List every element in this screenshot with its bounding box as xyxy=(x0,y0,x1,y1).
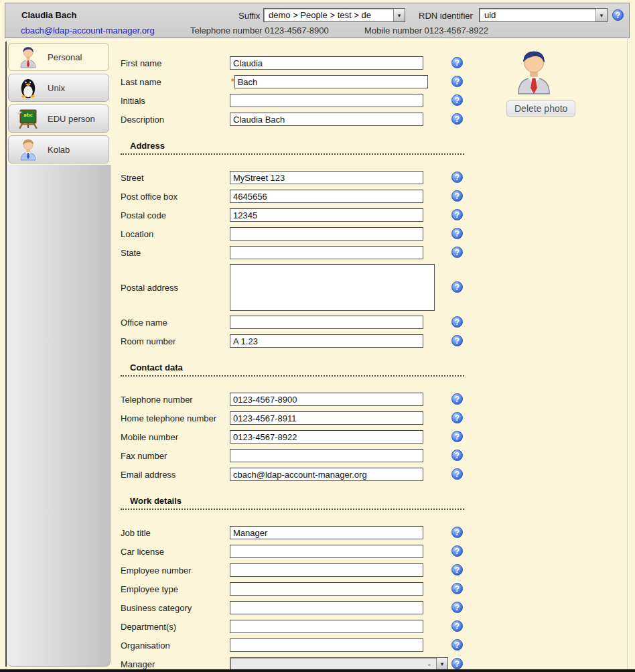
employee-type-input[interactable] xyxy=(230,582,423,596)
help-icon[interactable]: ? xyxy=(451,209,463,220)
last-name-input[interactable] xyxy=(234,75,428,88)
help-icon[interactable]: ? xyxy=(451,94,463,106)
location-input[interactable] xyxy=(230,227,423,241)
help-icon[interactable]: ? xyxy=(451,527,463,538)
field-label: Employee type xyxy=(121,584,230,594)
email-address-input[interactable] xyxy=(230,468,423,481)
form-row-last-name: Last name* ? xyxy=(121,72,476,91)
help-icon[interactable]: ? xyxy=(451,281,463,293)
help-icon[interactable]: ? xyxy=(451,228,463,239)
form-row-business-category: Business category ? xyxy=(121,598,476,617)
street-input[interactable] xyxy=(230,171,423,184)
home-telephone-number-input[interactable] xyxy=(230,411,423,425)
post-office-box-input[interactable] xyxy=(230,190,423,203)
form-row-state: State ? xyxy=(121,243,476,262)
employee-number-input[interactable] xyxy=(230,563,423,577)
first-name-input[interactable] xyxy=(230,56,423,70)
state-input[interactable] xyxy=(230,246,423,259)
help-icon[interactable]: ? xyxy=(451,412,463,423)
section-header-address: Address xyxy=(121,139,464,155)
help-icon[interactable]: ? xyxy=(612,9,624,21)
form-row-employee-type: Employee type ? xyxy=(121,580,476,598)
form-row-mobile-number: Mobile number ? xyxy=(121,427,476,446)
help-icon[interactable]: ? xyxy=(451,564,463,576)
help-icon[interactable]: ? xyxy=(451,583,463,594)
postal-code-input[interactable] xyxy=(230,208,423,222)
field-label: First name xyxy=(121,58,230,68)
form-row-employee-number: Employee number ? xyxy=(121,561,476,580)
content-right-border xyxy=(627,38,628,669)
field-label: Description xyxy=(121,115,230,125)
chalkboard-letters: abc xyxy=(23,113,33,118)
business-category-input[interactable] xyxy=(230,601,423,614)
help-icon[interactable]: ? xyxy=(451,57,463,68)
mobile-number-input[interactable] xyxy=(230,430,423,444)
section-header-work-details: Work details xyxy=(121,494,464,510)
form-row-initials: Initials ? xyxy=(121,91,476,110)
field-label: Postal address xyxy=(121,283,230,293)
dropdown-arrow-icon: ▾ xyxy=(595,9,607,21)
suffix-select[interactable]: demo > People > test > de ▾ xyxy=(263,8,405,22)
account-header: Claudia Bach cbach@ldap-account-manager.… xyxy=(5,3,630,38)
initials-input[interactable] xyxy=(230,94,423,107)
help-icon[interactable]: ? xyxy=(451,450,463,461)
help-icon[interactable]: ? xyxy=(451,602,463,613)
sidebar-tab-edu-person[interactable]: abc EDU person xyxy=(8,105,109,133)
car-license-input[interactable] xyxy=(230,545,423,558)
sidebar-panel xyxy=(7,165,111,667)
rdn-identifier-select[interactable]: uid ▾ xyxy=(479,8,608,22)
office-name-input[interactable] xyxy=(230,316,423,329)
help-icon[interactable]: ? xyxy=(451,76,463,87)
help-icon[interactable]: ? xyxy=(451,335,463,346)
account-name: Claudia Bach xyxy=(21,10,76,20)
sidebar-tab-personal[interactable]: Personal xyxy=(8,43,109,71)
help-icon[interactable]: ? xyxy=(451,190,463,202)
dropdown-arrow-icon: ▾ xyxy=(393,9,405,21)
telephone-number-input[interactable] xyxy=(230,393,423,406)
form-row-email-address: Email address ? xyxy=(121,465,476,484)
help-icon[interactable]: ? xyxy=(451,468,463,480)
select-value: - xyxy=(230,659,436,669)
postal-address-textarea[interactable] xyxy=(230,264,435,311)
help-icon[interactable]: ? xyxy=(451,639,463,651)
email-link[interactable]: cbach@ldap-account-manager.org xyxy=(21,25,155,36)
sidebar-tabs: Personal Unix abc EDU person xyxy=(8,43,109,166)
rdn-identifier-label: RDN identifier xyxy=(419,11,473,21)
field-label: Department(s) xyxy=(121,622,230,632)
fax-number-input[interactable] xyxy=(230,449,423,462)
help-icon[interactable]: ? xyxy=(451,431,463,442)
department-s-input[interactable] xyxy=(230,620,423,633)
help-icon[interactable]: ? xyxy=(451,172,463,183)
help-icon[interactable]: ? xyxy=(451,247,463,258)
suffix-label: Suffix xyxy=(238,11,260,21)
field-label: Fax number xyxy=(121,451,230,461)
field-label: Employee number xyxy=(121,565,230,576)
delete-photo-button[interactable]: Delete photo xyxy=(506,100,575,117)
sidebar-tab-label: Kolab xyxy=(48,145,70,155)
description-input[interactable] xyxy=(230,113,423,126)
help-icon[interactable]: ? xyxy=(451,113,463,125)
form-row-description: Description ? xyxy=(121,110,476,129)
chalkboard-icon: abc xyxy=(17,108,40,129)
room-number-input[interactable] xyxy=(230,334,423,348)
field-label: Last name xyxy=(121,77,230,87)
sidebar-tab-kolab[interactable]: Kolab xyxy=(8,135,109,163)
job-title-input[interactable] xyxy=(230,526,423,539)
field-label: Mobile number xyxy=(121,432,230,442)
help-icon[interactable]: ? xyxy=(451,545,463,557)
dropdown-arrow-icon: ▾ xyxy=(436,658,447,671)
help-icon[interactable]: ? xyxy=(451,658,463,669)
form-row-organisation: Organisation ? xyxy=(121,636,476,655)
field-label: Organisation xyxy=(121,641,230,651)
section-title: Work details xyxy=(130,496,182,506)
suffix-select-value: demo > People > test > de xyxy=(264,10,393,20)
penguin-icon xyxy=(18,76,38,99)
organisation-input[interactable] xyxy=(230,639,423,652)
sidebar-tab-unix[interactable]: Unix xyxy=(8,74,109,102)
help-icon[interactable]: ? xyxy=(451,620,463,632)
sidebar-tab-label: EDU person xyxy=(48,114,95,124)
help-icon[interactable]: ? xyxy=(451,393,463,405)
lam-window: Claudia Bach cbach@ldap-account-manager.… xyxy=(0,0,635,672)
help-icon[interactable]: ? xyxy=(451,316,463,328)
field-label: Room number xyxy=(121,336,230,346)
